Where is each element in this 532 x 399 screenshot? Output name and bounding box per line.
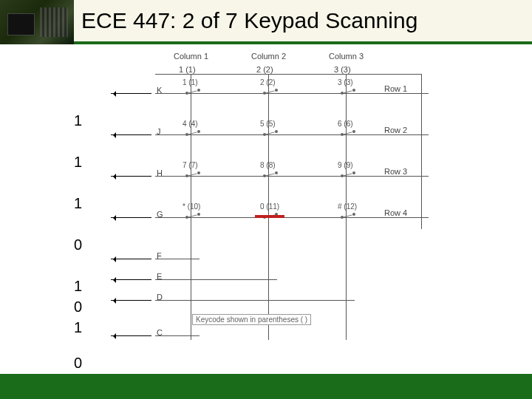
key-switch: 0 (11) [259,211,281,225]
slide-title: ECE 447: 2 of 7 Keypad Scanning [74,0,532,41]
bit-value: 1 [74,278,82,295]
drive-pin: C [157,328,163,337]
drive-pin: D [157,293,163,301]
column-label: Column 3 [329,52,364,61]
arrow-icon [111,259,151,259]
row-pin: J [157,127,161,136]
drive-wire [155,279,277,280]
keycode-note: Keycode shown in parentheses ( ) [192,314,311,325]
drive-pin: F [157,251,162,260]
key-label: 5 (5) [260,120,276,128]
key-switch: 3 (3) [336,87,358,100]
bit-value: 0 [74,299,82,316]
row-pin: H [157,168,163,177]
chip-thumbnail [0,0,74,44]
bit-value: 1 [74,112,82,129]
key-label: 3 (3) [338,78,353,86]
diagram-area: 1 1 1 0 1 0 1 0 Column 1 Column 2 Column… [0,52,532,369]
arrow-icon [111,335,151,336]
row-label: Row 2 [384,126,407,134]
col-pin-label: 2 (2) [256,65,273,74]
key-label: 0 (11) [260,202,279,211]
key-switch: 2 (2) [259,87,281,100]
arrow-icon [111,217,151,218]
column-label: Column 1 [174,52,208,61]
key-switch: # (12) [336,211,358,225]
key-switch: 8 (8) [259,170,281,183]
bit-value: 1 [74,195,82,212]
key-label: 9 (9) [338,161,353,169]
arrow-icon [111,279,151,280]
drive-wire [155,300,355,301]
bit-value: 0 [74,236,82,253]
key-switch: 5 (5) [259,129,281,142]
keypad-schematic: Column 1 Column 2 Column 3 1 (1) 2 (2) 3… [111,52,502,362]
arrow-icon [111,176,151,177]
key-switch: * (10) [181,211,203,225]
row-label: Row 1 [384,84,407,93]
arrow-icon [111,93,151,94]
key-label: 8 (8) [260,161,276,169]
frame-right [421,74,422,229]
row-pin: G [157,210,163,219]
key-switch: 4 (4) [181,129,203,142]
row-pin: K [157,86,162,95]
bit-value: 0 [74,355,82,372]
key-switch: 1 (1) [181,87,203,100]
drive-wire [155,259,200,259]
key-label: 4 (4) [183,120,198,128]
key-switch: 9 (9) [336,170,358,183]
key-label: * (10) [183,202,200,211]
frame-top [155,74,421,75]
pressed-key-highlight [255,215,284,218]
key-switch: 6 (6) [336,129,358,142]
column-label: Column 2 [251,52,286,61]
arrow-icon [111,134,151,135]
row-label: Row 4 [384,208,407,217]
key-label: 7 (7) [183,161,198,169]
arrow-icon [111,300,151,301]
bit-value: 1 [74,154,82,171]
header-bar: ECE 447: 2 of 7 Keypad Scanning [0,0,532,44]
bit-value: 1 [74,319,82,336]
key-label: 2 (2) [260,78,276,86]
row-label: Row 3 [384,167,407,176]
col-pin-label: 3 (3) [334,65,351,74]
drive-pin: E [157,272,162,281]
col-pin-label: 1 (1) [179,65,196,74]
key-label: 6 (6) [338,120,353,128]
footer-bar [0,374,532,399]
key-switch: 7 (7) [181,170,203,183]
key-label: # (12) [338,202,357,211]
key-label: 1 (1) [183,78,198,86]
